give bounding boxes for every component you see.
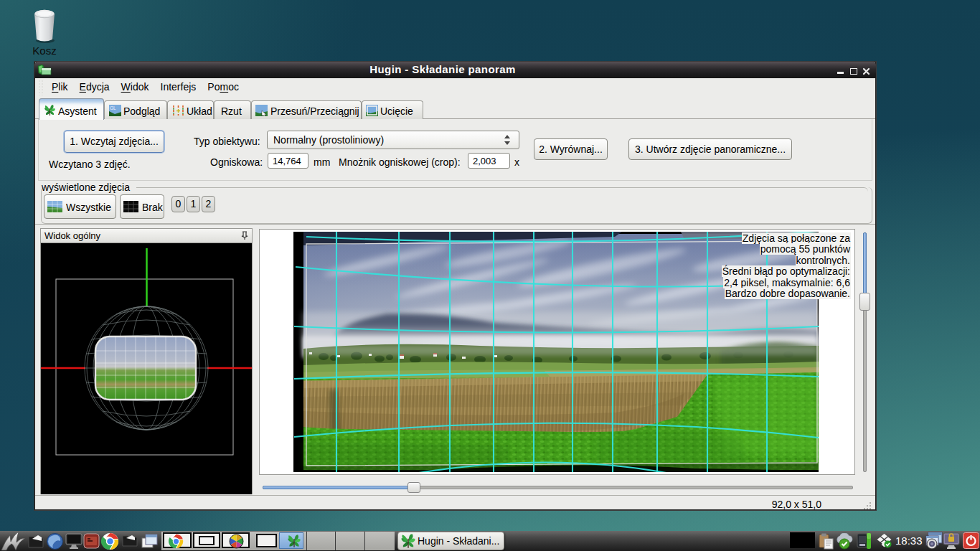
svg-text:GL: GL xyxy=(110,105,116,110)
